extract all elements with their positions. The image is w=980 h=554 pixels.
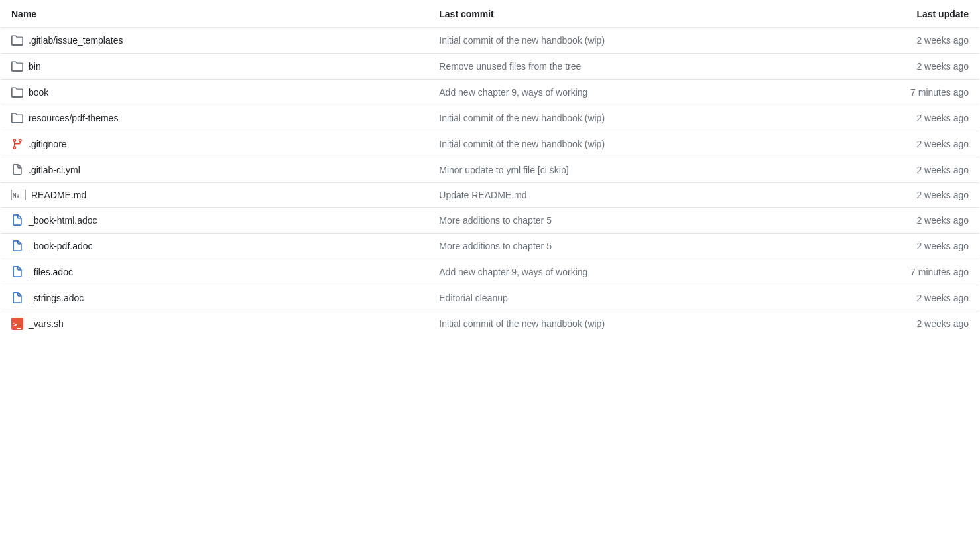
name-cell-3: resources/pdf-themes (1, 105, 429, 131)
file-icon (11, 214, 23, 226)
commit-cell-2: Add new chapter 9, ways of working (428, 80, 814, 105)
name-cell-11: >_ _vars.sh (1, 311, 429, 337)
update-cell-0: 2 weeks ago (815, 28, 980, 54)
name-cell-9: _files.adoc (1, 259, 429, 285)
name-cell-5: .gitlab-ci.yml (1, 157, 429, 183)
name-cell-1: bin (1, 54, 429, 80)
table-row: .gitignore Initial commit of the new han… (1, 131, 980, 157)
update-cell-6: 2 weeks ago (815, 183, 980, 208)
git-icon (11, 138, 23, 150)
update-cell-10: 2 weeks ago (815, 285, 980, 311)
column-header-last-update: Last update (815, 1, 980, 28)
file-name-4[interactable]: .gitignore (29, 139, 67, 149)
file-list-table: Name Last commit Last update .gitlab/iss… (0, 0, 980, 337)
commit-cell-7: More additions to chapter 5 (428, 208, 814, 234)
name-cell-2: book (1, 80, 429, 105)
file-icon (11, 292, 23, 304)
folder-icon (11, 60, 23, 72)
markdown-icon: M↓ (11, 190, 26, 200)
script-icon: >_ (11, 318, 23, 330)
file-name-9[interactable]: _files.adoc (29, 267, 73, 277)
table-row: _strings.adoc Editorial cleanup 2 weeks … (1, 285, 980, 311)
commit-cell-5: Minor update to yml file [ci skip] (428, 157, 814, 183)
table-row: _files.adoc Add new chapter 9, ways of w… (1, 259, 980, 285)
update-cell-1: 2 weeks ago (815, 54, 980, 80)
name-cell-7: _book-html.adoc (1, 208, 429, 234)
column-header-name: Name (1, 1, 429, 28)
table-row: _book-pdf.adoc More additions to chapter… (1, 234, 980, 259)
plain-icon (11, 164, 23, 176)
commit-cell-4: Initial commit of the new handbook (wip) (428, 131, 814, 157)
svg-text:>_: >_ (13, 321, 21, 329)
table-row: book Add new chapter 9, ways of working … (1, 80, 980, 105)
folder-icon (11, 86, 23, 98)
update-cell-8: 2 weeks ago (815, 234, 980, 259)
update-cell-7: 2 weeks ago (815, 208, 980, 234)
file-icon (11, 266, 23, 278)
svg-text:M↓: M↓ (13, 192, 20, 199)
file-name-7[interactable]: _book-html.adoc (29, 215, 97, 226)
table-row: bin Remove unused files from the tree 2 … (1, 54, 980, 80)
file-name-1[interactable]: bin (29, 61, 41, 72)
name-cell-10: _strings.adoc (1, 285, 429, 311)
file-name-6[interactable]: README.md (31, 190, 86, 200)
name-cell-6: M↓ README.md (1, 183, 429, 208)
table-row: >_ _vars.sh Initial commit of the new ha… (1, 311, 980, 337)
file-name-8[interactable]: _book-pdf.adoc (29, 241, 93, 251)
commit-cell-10: Editorial cleanup (428, 285, 814, 311)
table-row: .gitlab-ci.yml Minor update to yml file … (1, 157, 980, 183)
update-cell-5: 2 weeks ago (815, 157, 980, 183)
file-icon (11, 240, 23, 252)
update-cell-2: 7 minutes ago (815, 80, 980, 105)
commit-cell-3: Initial commit of the new handbook (wip) (428, 105, 814, 131)
table-row: resources/pdf-themes Initial commit of t… (1, 105, 980, 131)
file-name-10[interactable]: _strings.adoc (29, 293, 84, 303)
name-cell-4: .gitignore (1, 131, 429, 157)
name-cell-8: _book-pdf.adoc (1, 234, 429, 259)
folder-icon (11, 35, 23, 46)
file-name-0[interactable]: .gitlab/issue_templates (29, 35, 123, 46)
column-header-last-commit: Last commit (428, 1, 814, 28)
table-row: .gitlab/issue_templates Initial commit o… (1, 28, 980, 54)
update-cell-9: 7 minutes ago (815, 259, 980, 285)
update-cell-11: 2 weeks ago (815, 311, 980, 337)
table-row: M↓ README.md Update README.md 2 weeks ag… (1, 183, 980, 208)
table-row: _book-html.adoc More additions to chapte… (1, 208, 980, 234)
commit-cell-6: Update README.md (428, 183, 814, 208)
file-name-11[interactable]: _vars.sh (29, 318, 64, 329)
file-name-3[interactable]: resources/pdf-themes (29, 113, 118, 123)
update-cell-4: 2 weeks ago (815, 131, 980, 157)
commit-cell-11: Initial commit of the new handbook (wip) (428, 311, 814, 337)
file-name-5[interactable]: .gitlab-ci.yml (29, 165, 80, 175)
name-cell-0: .gitlab/issue_templates (1, 28, 429, 54)
update-cell-3: 2 weeks ago (815, 105, 980, 131)
commit-cell-0: Initial commit of the new handbook (wip) (428, 28, 814, 54)
commit-cell-1: Remove unused files from the tree (428, 54, 814, 80)
commit-cell-9: Add new chapter 9, ways of working (428, 259, 814, 285)
commit-cell-8: More additions to chapter 5 (428, 234, 814, 259)
folder-icon (11, 112, 23, 124)
file-name-2[interactable]: book (29, 87, 48, 98)
